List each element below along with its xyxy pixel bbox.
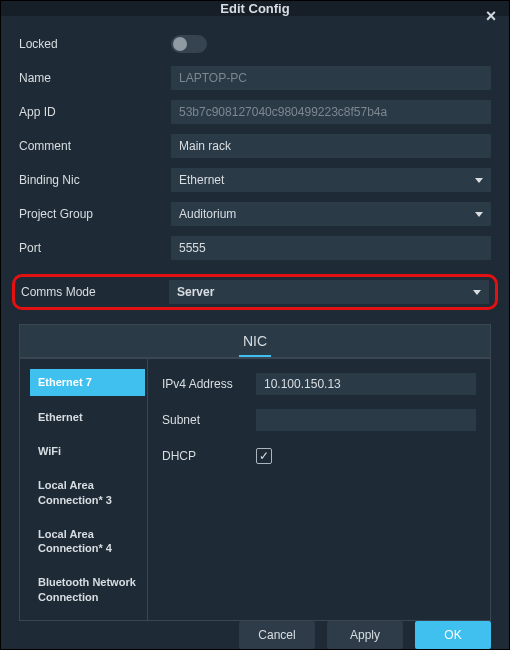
- ok-button[interactable]: OK: [415, 621, 491, 649]
- binding-nic-value: Ethernet: [179, 173, 224, 187]
- nic-item[interactable]: WiFi: [30, 438, 145, 464]
- row-port: Port: [19, 236, 491, 260]
- nic-detail: IPv4 Address Subnet DHCP: [148, 359, 490, 620]
- label-comms-mode: Comms Mode: [21, 285, 169, 299]
- dhcp-checkbox[interactable]: [256, 448, 272, 464]
- nic-list: Ethernet 7EthernetWiFiLocal Area Connect…: [20, 359, 148, 620]
- close-icon[interactable]: ×: [481, 6, 501, 26]
- edit-config-dialog: Edit Config × Locked Name App ID Comment: [0, 0, 510, 650]
- nic-panel: NIC Ethernet 7EthernetWiFiLocal Area Con…: [19, 324, 491, 621]
- binding-nic-select[interactable]: Ethernet: [171, 168, 491, 192]
- nic-item[interactable]: Ethernet 7: [30, 369, 145, 395]
- ipv4-field[interactable]: [256, 373, 476, 395]
- comment-field[interactable]: [171, 134, 491, 158]
- comms-mode-highlight: Comms Mode Server: [12, 274, 498, 310]
- form-rows: Locked Name App ID Comment Binding Nic E…: [19, 32, 491, 310]
- label-name: Name: [19, 71, 171, 85]
- comms-mode-select[interactable]: Server: [169, 280, 489, 304]
- appid-field[interactable]: [171, 100, 491, 124]
- dialog-footer: Cancel Apply OK: [1, 621, 509, 649]
- chevron-down-icon: [473, 290, 481, 295]
- row-project-group: Project Group Auditorium: [19, 202, 491, 226]
- label-ipv4: IPv4 Address: [162, 377, 256, 391]
- nic-item[interactable]: Ethernet: [30, 404, 145, 430]
- comms-mode-value: Server: [177, 285, 214, 299]
- nic-body: Ethernet 7EthernetWiFiLocal Area Connect…: [20, 359, 490, 620]
- name-field[interactable]: [171, 66, 491, 90]
- row-comment: Comment: [19, 134, 491, 158]
- nic-row-dhcp: DHCP: [162, 445, 476, 467]
- project-group-select[interactable]: Auditorium: [171, 202, 491, 226]
- label-port: Port: [19, 241, 171, 255]
- nic-item[interactable]: Local Area Connection* 4: [30, 521, 145, 562]
- label-binding-nic: Binding Nic: [19, 173, 171, 187]
- apply-button[interactable]: Apply: [327, 621, 403, 649]
- subnet-field[interactable]: [256, 409, 476, 431]
- locked-toggle[interactable]: [171, 35, 207, 53]
- nic-item[interactable]: Bluetooth Network Connection: [30, 569, 145, 610]
- dialog-titlebar: Edit Config ×: [1, 1, 509, 16]
- nic-row-subnet: Subnet: [162, 409, 476, 431]
- label-dhcp: DHCP: [162, 449, 256, 463]
- dialog-title: Edit Config: [220, 1, 289, 16]
- label-locked: Locked: [19, 37, 171, 51]
- chevron-down-icon: [475, 178, 483, 183]
- chevron-down-icon: [475, 212, 483, 217]
- nic-header-label: NIC: [239, 333, 271, 357]
- dialog-body: Locked Name App ID Comment Binding Nic E…: [1, 16, 509, 621]
- label-project-group: Project Group: [19, 207, 171, 221]
- nic-item[interactable]: Local Area Connection* 3: [30, 472, 145, 513]
- row-binding-nic: Binding Nic Ethernet: [19, 168, 491, 192]
- port-field[interactable]: [171, 236, 491, 260]
- label-appid: App ID: [19, 105, 171, 119]
- label-subnet: Subnet: [162, 413, 256, 427]
- project-group-value: Auditorium: [179, 207, 236, 221]
- toggle-knob: [173, 37, 187, 51]
- row-locked: Locked: [19, 32, 491, 56]
- cancel-button[interactable]: Cancel: [239, 621, 315, 649]
- nic-header: NIC: [20, 325, 490, 359]
- label-comment: Comment: [19, 139, 171, 153]
- row-appid: App ID: [19, 100, 491, 124]
- nic-row-ipv4: IPv4 Address: [162, 373, 476, 395]
- row-name: Name: [19, 66, 491, 90]
